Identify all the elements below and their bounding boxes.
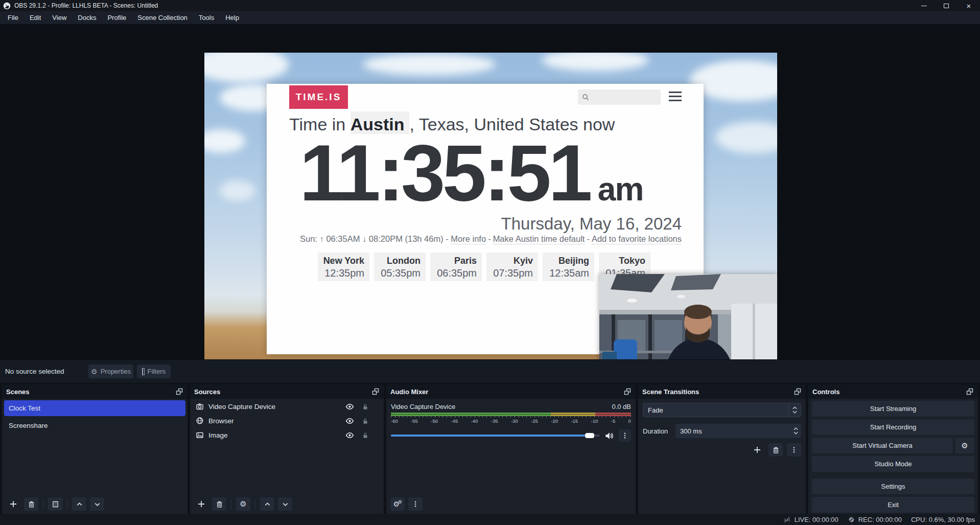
settings-button[interactable]: Settings [812, 478, 974, 494]
menu-profile[interactable]: Profile [102, 11, 132, 24]
minimize-icon [921, 6, 927, 6]
gear-icon: ⚙ [240, 499, 246, 509]
obs-window: OBS 29.1.2 - Profile: LLHLS BETA - Scene… [0, 0, 980, 525]
lock-icon[interactable] [362, 431, 369, 439]
move-scene-down-button[interactable] [90, 497, 104, 511]
volume-slider-handle[interactable] [585, 433, 594, 438]
menu-edit[interactable]: Edit [24, 11, 46, 24]
city-card: Kyiv07:35pm [486, 253, 538, 281]
add-source-button[interactable] [194, 497, 208, 511]
scenes-toolbar [2, 494, 188, 514]
menu-scene-collection[interactable]: Scene Collection [132, 11, 193, 24]
maximize-button[interactable] [935, 0, 958, 11]
volume-slider-fill [391, 435, 585, 437]
scenes-panel-header: Scenes [2, 384, 188, 399]
sources-panel: Sources Video Capture Device [190, 384, 384, 514]
menu-view[interactable]: View [46, 11, 72, 24]
chevron-up-icon [794, 427, 798, 430]
move-source-up-button[interactable] [260, 497, 274, 511]
source-row-image[interactable]: Image [192, 428, 382, 442]
toolbar-separator [67, 499, 67, 509]
advanced-audio-button[interactable]: ⚙⚙ [390, 497, 405, 511]
mixer-channel-name: Video Capture Device [391, 403, 455, 410]
close-button[interactable]: × [958, 0, 980, 11]
lock-icon[interactable] [362, 403, 369, 410]
studio-mode-button[interactable]: Studio Mode [812, 456, 974, 472]
cloud [204, 129, 245, 153]
properties-button[interactable]: ⚙ Properties [88, 364, 133, 378]
titlebar: OBS 29.1.2 - Profile: LLHLS BETA - Scene… [0, 0, 980, 11]
move-scene-up-button[interactable] [72, 497, 86, 511]
live-status: LIVE: 00:00:00 [783, 516, 838, 523]
date-line: Thursday, May 16, 2024 [501, 214, 682, 234]
move-source-down-button[interactable] [278, 497, 292, 511]
mixer-menu-button[interactable] [408, 497, 423, 511]
city-card: Paris06:35pm [430, 253, 482, 281]
virtual-camera-config-button[interactable]: ⚙ [955, 438, 974, 453]
remove-scene-button[interactable] [24, 497, 38, 511]
scene-transitions-panel: Scene Transitions Fade Duration 300 ms [638, 384, 806, 514]
select-chevrons [788, 403, 801, 417]
menu-help[interactable]: Help [220, 11, 245, 24]
city-card: Beijing12:35am [543, 253, 594, 281]
chevron-down-icon [794, 431, 798, 435]
remove-transition-button[interactable] [768, 443, 783, 456]
menu-file[interactable]: File [2, 11, 24, 24]
stream-inactive-icon [783, 516, 791, 523]
start-virtual-camera-button[interactable]: Start Virtual Camera [812, 438, 953, 453]
volume-meter [391, 413, 631, 416]
hamburger-menu-icon [669, 92, 682, 101]
add-scene-button[interactable] [6, 497, 20, 511]
context-bar: No source selected ⚙ Properties Filters [0, 359, 980, 383]
visibility-eye-icon[interactable] [345, 402, 354, 411]
lock-icon[interactable] [362, 417, 369, 425]
mixer-channel-menu-button[interactable] [619, 429, 631, 442]
mixer-channel: Video Capture Device 0.0 dB -60-55-50-45… [386, 399, 636, 442]
dock-popout-icon [623, 387, 632, 396]
transition-select[interactable]: Fade [643, 403, 801, 417]
visibility-eye-icon[interactable] [345, 417, 354, 425]
filters-button[interactable]: Filters [137, 364, 171, 378]
start-streaming-button[interactable]: Start Streaming [812, 401, 974, 417]
visibility-eye-icon[interactable] [345, 431, 354, 440]
duration-spinbox[interactable]: 300 ms [675, 424, 801, 438]
cloud [204, 53, 289, 82]
meter-tick-marks [391, 416, 631, 418]
gear-icon: ⚙ [961, 441, 968, 450]
exit-button[interactable]: Exit [812, 497, 974, 513]
duration-label: Duration [643, 427, 671, 435]
gear-icon: ⚙ [91, 368, 98, 375]
source-row-browser[interactable]: Browser [192, 414, 382, 427]
cloud [542, 53, 649, 71]
program-canvas[interactable]: TIME.IS Time in Austin, Texas, United St… [204, 53, 777, 376]
menu-docks[interactable]: Docks [72, 11, 102, 24]
start-recording-button[interactable]: Start Recording [812, 419, 974, 435]
close-icon: × [967, 2, 971, 10]
obs-logo-icon [3, 2, 11, 10]
toolbar-separator [43, 499, 43, 509]
scene-filters-button[interactable] [48, 497, 62, 511]
timeis-search-box [578, 89, 661, 105]
kebab-menu-icon [412, 500, 419, 508]
volume-slider[interactable] [391, 435, 600, 437]
transition-menu-button[interactable] [787, 443, 801, 456]
add-transition-button[interactable] [750, 443, 764, 456]
image-icon [196, 431, 204, 439]
spinbox-arrows[interactable] [790, 427, 801, 435]
remove-source-button[interactable] [212, 497, 226, 511]
record-inactive-icon [848, 516, 855, 523]
source-row-video-capture[interactable]: Video Capture Device [192, 400, 382, 413]
source-properties-button[interactable]: ⚙ [236, 497, 250, 511]
speaker-icon[interactable] [604, 431, 614, 441]
rec-status: REC: 00:00:00 [848, 516, 902, 523]
clock-display: 11:35:51 am [299, 133, 643, 213]
menubar: File Edit View Docks Profile Scene Colle… [0, 11, 980, 24]
menu-tools[interactable]: Tools [193, 11, 220, 24]
toolbar-separator [255, 499, 255, 509]
search-input [590, 93, 651, 102]
minimize-button[interactable] [913, 0, 935, 11]
scene-item-clock-test[interactable]: Clock Test [4, 400, 185, 416]
sources-toolbar: ⚙ [190, 494, 384, 514]
scene-item-screenshare[interactable]: Screenshare [4, 418, 185, 433]
dock-popout-icon [966, 387, 974, 396]
